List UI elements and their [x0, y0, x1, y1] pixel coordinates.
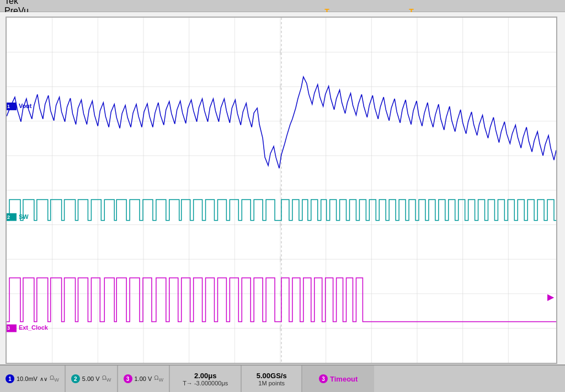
ch2-volts: 5.00 V: [82, 375, 100, 382]
ch1-volts: 10.0mV: [17, 375, 38, 382]
svg-text:▶: ▶: [547, 292, 555, 302]
svg-text:SW: SW: [19, 213, 29, 220]
timeout-label: Timeout: [330, 375, 358, 383]
waveform-svg: 1 Vout 2 SW 3 Ext_Clock ▶: [7, 18, 556, 363]
timeout-section: 3 Timeout: [302, 366, 374, 392]
ch3-status: 3 1.00 V ΩW: [118, 366, 170, 392]
top-bar: Tek PreVu T T: [0, 0, 565, 12]
svg-text:Ext_Clock: Ext_Clock: [19, 324, 49, 331]
ch2-status: 2 5.00 V ΩW: [66, 366, 118, 392]
sample-section: 5.00GS/s 1M points: [242, 366, 302, 392]
ch3-badge: 3: [124, 374, 132, 383]
ch2-gnd: ΩW: [102, 374, 111, 383]
time-offset: T→ -3.000000μs: [183, 380, 228, 386]
svg-text:1: 1: [7, 104, 10, 109]
ch3-gnd: ΩW: [154, 374, 163, 383]
svg-text:Vout: Vout: [19, 103, 32, 109]
svg-text:2: 2: [7, 214, 10, 220]
ch1-sym: ∧∨: [40, 376, 47, 382]
ch1-badge: 1: [6, 374, 14, 383]
ch3-volts: 1.00 V: [135, 375, 152, 382]
screen-area: 1 Vout 2 SW 3 Ext_Clock ▶: [0, 12, 565, 364]
ch1-status: 1 10.0mV ∧∨ ΩW: [0, 366, 66, 392]
oscilloscope-screen: 1 Vout 2 SW 3 Ext_Clock ▶: [6, 17, 557, 364]
ch1-gnd: ΩW: [50, 374, 59, 383]
sample-rate: 5.00GS/s: [257, 372, 287, 380]
svg-text:3: 3: [7, 325, 10, 331]
status-bar: 1 10.0mV ∧∨ ΩW 2 5.00 V ΩW 3 1.00 V ΩW 2…: [0, 364, 565, 392]
oscilloscope-display: Tek PreVu T T: [0, 0, 565, 392]
timeout-ch-badge: 3: [319, 374, 328, 383]
sample-points: 1M points: [258, 380, 285, 386]
timebase-section: 2.00μs T→ -3.000000μs: [170, 366, 242, 392]
timebase-value: 2.00μs: [194, 372, 217, 380]
ch2-badge: 2: [71, 374, 80, 383]
